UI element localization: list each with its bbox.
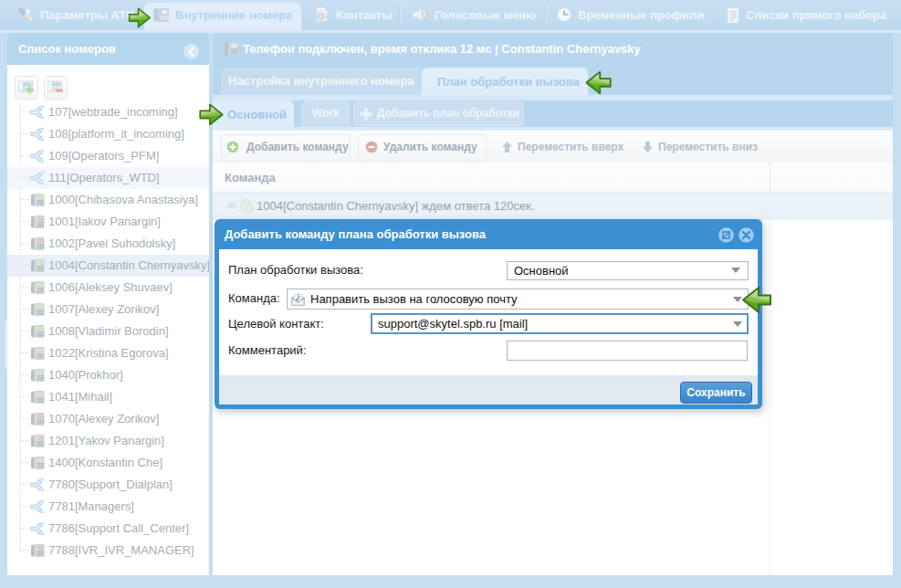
svg-text:@: @ (317, 11, 326, 21)
